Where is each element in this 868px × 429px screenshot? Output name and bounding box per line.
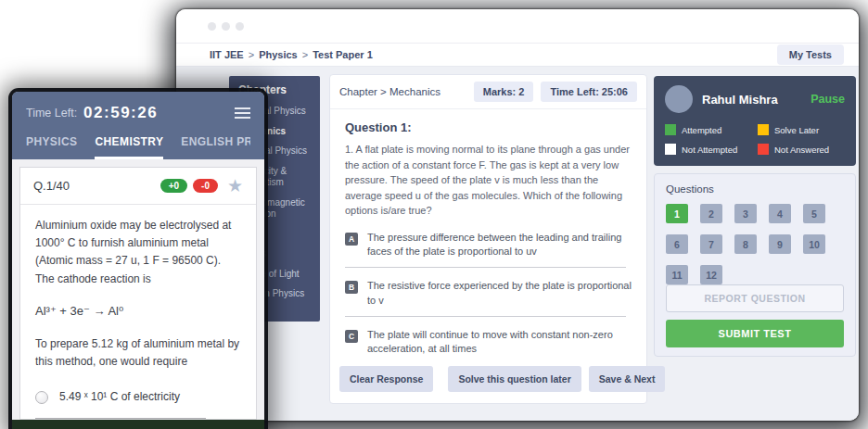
subject-tab[interactable]: CHEMISTRY — [95, 135, 163, 159]
breadcrumb-bar: IIT JEE > Physics > Test Paper 1 My Test… — [176, 43, 859, 67]
window-body: Chapters General PhysicsMechanicsThermal… — [176, 67, 859, 421]
negative-marks-badge: -0 — [193, 179, 218, 193]
question-grid-cell[interactable]: 8 — [734, 234, 757, 254]
time-left-label: Time Left: — [26, 107, 77, 120]
user-card: Rahul Mishra Pause Attempted Solve Later — [654, 76, 856, 166]
legend-swatch — [665, 144, 676, 155]
solve-later-button[interactable]: Solve this question later — [448, 366, 581, 392]
mobile-option-divider — [35, 418, 206, 419]
time-left-badge: Time Left: 25:06 — [541, 82, 637, 102]
subject-tabs: PHYSICSCHEMISTRYENGLISH PROFICIENCY — [26, 135, 250, 159]
questions-title: Questions — [666, 183, 844, 195]
user-row: Rahul Mishra Pause — [665, 85, 845, 113]
question-card-header: Chapter > Mechanics Marks: 2 Time Left: … — [330, 75, 646, 109]
window-controls[interactable] — [208, 22, 244, 31]
options-list: A The pressure difference between the le… — [345, 231, 632, 363]
chapter-breadcrumb: Chapter > Mechanics — [339, 86, 466, 97]
option-text: The plate will continue to move with con… — [367, 328, 632, 357]
question-grid: 123456789101112 — [666, 204, 844, 284]
option-row[interactable]: C The plate will continue to move with c… — [345, 328, 632, 357]
page: IIT JEE > Physics > Test Paper 1 My Test… — [0, 0, 868, 429]
positive-marks-badge: +0 — [160, 179, 187, 193]
legend-item: Solve Later — [758, 124, 845, 135]
option-row[interactable]: A The pressure difference between the le… — [345, 231, 632, 259]
mobile-option-wrap: 5.49 ˣ 10¹ C of electricity — [35, 388, 241, 419]
legend-label: Not Attempted — [682, 145, 737, 155]
legend-swatch — [758, 144, 769, 155]
mobile-option-text: 5.49 ˣ 10¹ C of electricity — [59, 388, 180, 406]
desktop-window: IIT JEE > Physics > Test Paper 1 My Test… — [176, 9, 859, 421]
legend-item: Not Attempted — [665, 144, 752, 155]
reaction-equation: Al³⁺ + 3e⁻ → Al⁰ — [35, 302, 241, 322]
bookmark-star-icon[interactable]: ★ — [227, 177, 243, 195]
mobile-question-header: Q.1/40 +0 -0 ★ — [20, 168, 256, 205]
question-grid-cell[interactable]: 11 — [666, 265, 688, 284]
question-grid-cell[interactable]: 5 — [803, 204, 825, 223]
option-letter-chip: A — [345, 233, 358, 246]
question-grid-cell[interactable]: 2 — [700, 204, 722, 223]
user-name: Rahul Mishra — [702, 93, 778, 107]
option-letter-chip: C — [345, 330, 358, 343]
window-titlebar — [176, 9, 859, 43]
breadcrumb-separator: > — [302, 49, 308, 60]
question-grid-cell[interactable]: 9 — [769, 234, 791, 254]
question-grid-cell[interactable]: 6 — [666, 234, 688, 254]
marks-badge: Marks: 2 — [474, 82, 534, 102]
question-body: Question 1: 1. A flat plate is moving no… — [330, 109, 646, 362]
mobile-app-overlay: Time Left: 02:59:26 PHYSICSCHEMISTRYENGL… — [12, 92, 264, 429]
radio-button[interactable] — [35, 391, 48, 404]
window-dot-icon[interactable] — [222, 22, 230, 31]
question-grid-cell[interactable]: 7 — [700, 234, 722, 254]
questions-panel: Questions 123456789101112 REPORT QUESTIO… — [654, 173, 856, 357]
my-tests-button[interactable]: My Tests — [777, 44, 844, 65]
option-text: The pressure difference between the lead… — [367, 231, 632, 259]
option-row-wrap: C The plate will continue to move with c… — [345, 328, 632, 362]
breadcrumb-item[interactable]: Physics — [259, 49, 298, 60]
right-panel: Rahul Mishra Pause Attempted Solve Later — [654, 76, 856, 357]
window-dot-icon[interactable] — [236, 22, 244, 31]
breadcrumb-separator: > — [249, 49, 254, 60]
mobile-question-text: To prepare 5.12 kg of aluminium metal by… — [35, 335, 241, 371]
clear-response-button[interactable]: Clear Response — [339, 366, 433, 392]
question-grid-cell[interactable]: 1 — [666, 204, 688, 223]
mobile-bottom-bar — [12, 420, 264, 429]
question-grid-cell[interactable]: 10 — [803, 234, 825, 254]
mobile-question-card: Q.1/40 +0 -0 ★ Aluminium oxide may be el… — [19, 167, 257, 420]
option-letter-chip: B — [345, 281, 358, 294]
time-left-value: 02:59:26 — [83, 104, 158, 122]
question-counter: Q.1/40 — [33, 179, 155, 193]
option-row[interactable]: B The resistive force experienced by the… — [345, 279, 632, 308]
question-card: Chapter > Mechanics Marks: 2 Time Left: … — [329, 74, 647, 404]
submit-test-button[interactable]: SUBMIT TEST — [666, 320, 844, 347]
hamburger-menu-icon[interactable] — [235, 105, 250, 121]
subject-tab[interactable]: PHYSICS — [26, 135, 77, 159]
question-grid-cell[interactable]: 4 — [769, 204, 791, 223]
breadcrumb-item[interactable]: Test Paper 1 — [313, 49, 373, 60]
status-legend: Attempted Solve Later Not Attempted Not … — [665, 124, 845, 155]
question-grid-cell[interactable]: 3 — [734, 204, 757, 223]
window-dot-icon[interactable] — [208, 22, 216, 31]
legend-item: Attempted — [665, 124, 752, 135]
legend-swatch — [758, 124, 769, 135]
save-next-button[interactable]: Save & Next — [589, 366, 666, 392]
subject-tab[interactable]: ENGLISH PROFICIENCY — [181, 135, 250, 159]
report-question-button[interactable]: REPORT QUESTION — [666, 284, 844, 312]
mobile-header: Time Left: 02:59:26 PHYSICSCHEMISTRYENGL… — [12, 92, 264, 159]
question-text: 1. A flat plate is moving normal to its … — [345, 142, 632, 219]
question-grid-cell[interactable]: 12 — [700, 265, 722, 284]
pause-button[interactable]: Pause — [811, 93, 845, 106]
breadcrumb: IIT JEE > Physics > Test Paper 1 — [210, 49, 373, 60]
option-divider — [345, 267, 626, 268]
legend-item: Not Answered — [758, 144, 845, 155]
mobile-question-text: Aluminium oxide may be electrolysed at 1… — [35, 217, 241, 288]
question-title: Question 1: — [345, 120, 632, 134]
option-divider — [345, 316, 626, 317]
mobile-option-row[interactable]: 5.49 ˣ 10¹ C of electricity — [35, 388, 241, 406]
question-footer: Clear Response Solve this question later… — [330, 362, 646, 403]
option-row-wrap: A The pressure difference between the le… — [345, 231, 632, 269]
avatar — [665, 85, 693, 113]
option-row-wrap: B The resistive force experienced by the… — [345, 279, 632, 317]
breadcrumb-item[interactable]: IIT JEE — [210, 49, 244, 60]
legend-label: Solve Later — [774, 125, 819, 135]
legend-label: Attempted — [682, 125, 721, 135]
